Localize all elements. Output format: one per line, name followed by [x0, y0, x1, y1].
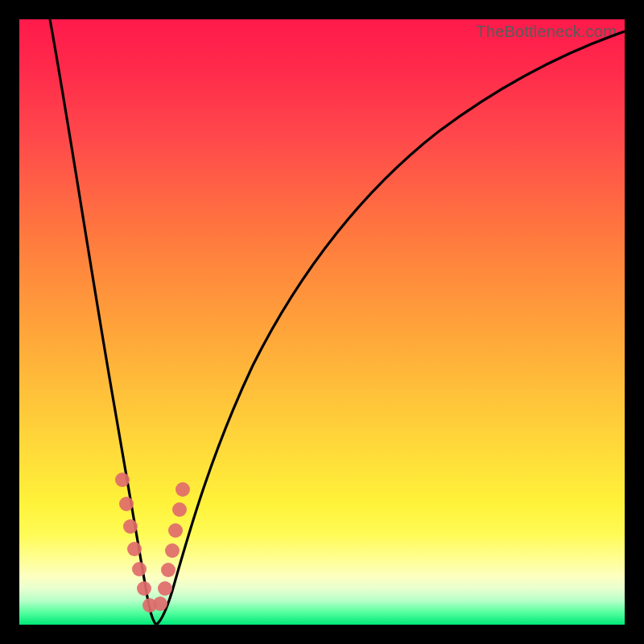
- marker-dot: [161, 563, 175, 577]
- curve-layer: [50, 19, 625, 625]
- plot-area: TheBottleneck.com: [19, 19, 625, 625]
- marker-dot: [115, 473, 130, 487]
- marker-dot: [127, 542, 142, 556]
- marker-dot: [119, 497, 134, 511]
- marker-dot: [168, 523, 183, 538]
- marker-dot: [153, 597, 167, 611]
- chart-svg: [19, 19, 625, 625]
- marker-dot: [158, 581, 172, 596]
- marker-dot: [175, 482, 190, 497]
- outer-frame: TheBottleneck.com: [0, 0, 644, 644]
- marker-dot: [132, 562, 147, 576]
- marker-dot: [165, 543, 180, 558]
- marker-dot: [137, 581, 151, 596]
- marker-layer: [115, 473, 190, 613]
- marker-dot: [123, 519, 138, 534]
- bottleneck-curve-left: [50, 19, 156, 625]
- bottleneck-curve-right: [156, 31, 625, 625]
- marker-dot: [172, 502, 187, 517]
